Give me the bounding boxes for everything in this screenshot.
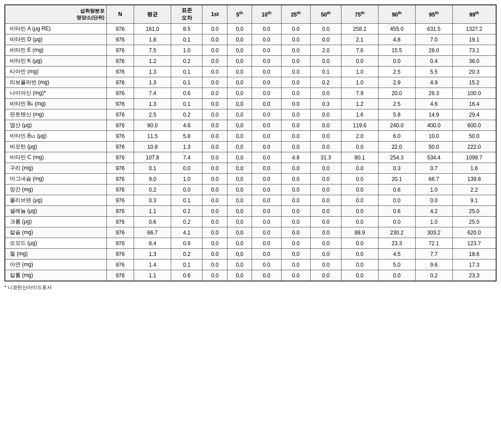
data-cell: 976 — [106, 227, 134, 238]
data-cell: 0.0 — [311, 270, 341, 281]
data-cell: 976 — [106, 249, 134, 260]
nutrient-name: 비타민 E (mg) — [5, 45, 107, 56]
data-cell: 0.6 — [378, 206, 415, 217]
data-cell: 0.0 — [341, 174, 378, 184]
nutrient-name: 비오틴 (μg) — [5, 142, 107, 152]
data-cell: 400.0 — [415, 120, 452, 131]
data-cell: 0.0 — [378, 56, 415, 67]
data-cell: 976 — [106, 88, 134, 99]
p90-sup: th — [398, 11, 402, 15]
data-cell: 976 — [106, 142, 134, 152]
nutrient-name: 오오드 (μg) — [5, 238, 107, 249]
data-cell: 0.0 — [341, 270, 378, 281]
data-cell: 0.6 — [134, 217, 171, 227]
data-cell: 0,0 — [227, 77, 252, 88]
data-cell: 0.0 — [202, 270, 227, 281]
data-cell: 620.0 — [452, 227, 496, 238]
data-cell: 0.1 — [171, 195, 202, 206]
data-cell: 976 — [106, 260, 134, 270]
data-cell: 50.0 — [452, 131, 496, 142]
data-cell: 0.1 — [171, 67, 202, 77]
data-cell: 976 — [106, 195, 134, 206]
data-cell: 0.0 — [311, 120, 341, 131]
data-cell: 0.0 — [281, 270, 311, 281]
data-cell: 0,0 — [227, 88, 252, 99]
data-cell: 0.0 — [202, 184, 227, 195]
data-cell: 0.0 — [311, 34, 341, 45]
data-cell: 0.6 — [171, 88, 202, 99]
data-cell: 22.0 — [378, 142, 415, 152]
data-cell: 1.3 — [171, 142, 202, 152]
data-cell: 976 — [106, 174, 134, 184]
data-cell: 4.8 — [281, 152, 311, 163]
data-cell: 0.0 — [252, 238, 281, 249]
data-cell: 15.5 — [378, 45, 415, 56]
data-cell: 0.0 — [311, 195, 341, 206]
data-cell: 0.0 — [281, 184, 311, 195]
data-cell: 0.0 — [341, 249, 378, 260]
data-cell: 0,0 — [227, 109, 252, 120]
data-cell: 0.0 — [311, 184, 341, 195]
table-row: 나이아신 (mg)*9767.40.60.00,00.00.00.07.920.… — [5, 88, 496, 99]
table-row: 비타민 D (μg)9761.80.10.00,00.00.00.02.14.8… — [5, 34, 496, 45]
data-cell: 0.1 — [171, 260, 202, 270]
data-cell: 0.0 — [311, 217, 341, 227]
data-cell: 1.6 — [341, 109, 378, 120]
data-cell: 0,0 — [227, 238, 252, 249]
data-cell: 123.7 — [452, 238, 496, 249]
data-cell: 1.2 — [134, 56, 171, 67]
data-cell: 0.0 — [202, 56, 227, 67]
data-cell: 14.9 — [415, 109, 452, 120]
data-cell: 0.1 — [311, 67, 341, 77]
data-cell: 0.0 — [202, 249, 227, 260]
data-cell: 16.4 — [452, 99, 496, 109]
p75-sup: th — [361, 11, 365, 15]
data-cell: 0.2 — [171, 206, 202, 217]
data-cell: 0.0 — [202, 238, 227, 249]
data-cell: 4.6 — [415, 99, 452, 109]
data-cell: 0.2 — [171, 217, 202, 227]
table-row: 비타민 B₆ (mg)9761.30.10.00,00.00.00.31.22.… — [5, 99, 496, 109]
data-cell: 0.0 — [252, 120, 281, 131]
nutrient-name: 티아민 (mg) — [5, 67, 107, 77]
table-row: 리보플라빈 (mg)9761.30.10.00,00.00.00.21.02.9… — [5, 77, 496, 88]
p95-sup: th — [435, 11, 439, 15]
data-cell: 0,0 — [227, 249, 252, 260]
data-cell: 976 — [106, 163, 134, 174]
data-cell: 0.0 — [202, 77, 227, 88]
nutrient-name: 판토텐산 (mg) — [5, 109, 107, 120]
data-cell: 0.0 — [202, 142, 227, 152]
data-cell: 258.2 — [341, 24, 378, 34]
data-cell: 0.0 — [202, 131, 227, 142]
data-cell: 0.0 — [281, 77, 311, 88]
data-cell: 0.0 — [281, 238, 311, 249]
data-cell: 17.3 — [452, 260, 496, 270]
data-cell: 29.4 — [452, 109, 496, 120]
data-cell: 100.0 — [452, 88, 496, 99]
data-cell: 976 — [106, 152, 134, 163]
data-cell: 1.4 — [134, 260, 171, 270]
data-cell: 0.8 — [171, 238, 202, 249]
nutrient-name: 비타민 B₁₂ (μg) — [5, 131, 107, 142]
data-cell: 600.0 — [452, 120, 496, 131]
data-cell: 0.0 — [281, 45, 311, 56]
data-cell: 7.5 — [134, 45, 171, 56]
data-cell: 0.0 — [202, 163, 227, 174]
data-cell: 15.2 — [452, 77, 496, 88]
data-cell: 0.0 — [281, 56, 311, 67]
nutrient-name: 칼슘 (mg) — [5, 227, 107, 238]
data-cell: 80.1 — [341, 152, 378, 163]
data-cell: 976 — [106, 99, 134, 109]
nutrient-name: 마그네슘 (mg) — [5, 174, 107, 184]
data-cell: 976 — [106, 56, 134, 67]
data-cell: 0,0 — [227, 24, 252, 34]
data-cell: 0.0 — [281, 227, 311, 238]
data-cell: 1327.2 — [452, 24, 496, 34]
data-cell: 254.3 — [378, 152, 415, 163]
data-cell: 0.0 — [281, 163, 311, 174]
header-p90: 90th — [378, 5, 415, 24]
data-cell: 0,0 — [227, 195, 252, 206]
data-cell: 28.0 — [415, 45, 452, 56]
table-row: 칼륨 (mg)9761.10.60.00,00.00.00.00.00.00.2… — [5, 270, 496, 281]
data-cell: 0.1 — [134, 163, 171, 174]
